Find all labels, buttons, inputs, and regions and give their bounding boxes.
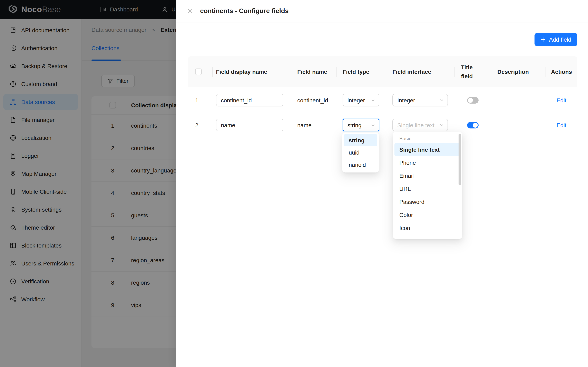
dropdown-scrollbar[interactable] <box>458 134 461 185</box>
field-row-continent-id: 1 continent_id integer Integer <box>188 87 577 113</box>
dropdown-option[interactable]: URL <box>394 182 461 195</box>
field-type-dropdown: string uuid nanoid <box>342 133 379 173</box>
column-header: Field interface <box>392 68 431 75</box>
fields-table-header-row: Field display name Field name Field type… <box>188 56 577 87</box>
edit-field-link[interactable]: Edit <box>557 97 566 103</box>
field-name-text: name <box>297 122 311 128</box>
title-field-toggle[interactable] <box>467 97 478 103</box>
select-all-fields-checkbox[interactable] <box>195 68 202 75</box>
app: NocoBase Dashboard Users API documentati… <box>0 0 588 367</box>
fields-table: Field display name Field name Field type… <box>188 56 577 137</box>
column-header: Field type <box>343 68 369 75</box>
dropdown-group-label: Basic <box>394 133 461 143</box>
dropdown-option[interactable]: Email <box>394 169 461 182</box>
drawer-header: continents - Configure fields <box>176 0 588 22</box>
configure-fields-drawer: continents - Configure fields Add field … <box>176 0 588 367</box>
dropdown-option[interactable]: Phone <box>394 156 461 169</box>
add-field-button[interactable]: Add field <box>534 33 577 46</box>
field-display-name-input[interactable] <box>216 119 283 131</box>
dropdown-option[interactable]: Single line text <box>394 143 461 156</box>
column-header: Title field <box>461 63 484 81</box>
title-field-toggle[interactable] <box>467 122 478 128</box>
dropdown-option[interactable]: nanoid <box>344 159 377 171</box>
row-index: 2 <box>195 122 199 128</box>
field-type-select[interactable]: integer <box>343 94 379 106</box>
plus-icon <box>540 37 545 42</box>
field-row-name: 2 name string Single line text <box>188 113 577 137</box>
close-icon[interactable] <box>187 8 194 14</box>
row-index: 1 <box>195 97 199 103</box>
dropdown-option[interactable]: Color <box>394 208 461 221</box>
field-interface-select[interactable]: Single line text <box>392 119 448 131</box>
field-interface-dropdown: Basic Single line text Phone Email URL P… <box>393 132 462 239</box>
dropdown-option[interactable]: Password <box>394 195 461 208</box>
field-display-name-input[interactable] <box>216 94 283 106</box>
field-name-text: continent_id <box>297 97 328 103</box>
column-header: Actions <box>551 68 572 75</box>
field-interface-select[interactable]: Integer <box>392 94 448 106</box>
field-type-select[interactable]: string <box>343 119 379 131</box>
dropdown-option[interactable]: uuid <box>344 146 377 159</box>
column-header: Description <box>497 68 529 75</box>
dropdown-option[interactable]: Icon <box>394 221 461 234</box>
column-header: Field display name <box>216 68 267 75</box>
edit-field-link[interactable]: Edit <box>557 122 566 128</box>
dropdown-option[interactable]: string <box>344 134 377 146</box>
column-header: Field name <box>297 68 327 75</box>
drawer-title: continents - Configure fields <box>200 7 289 15</box>
